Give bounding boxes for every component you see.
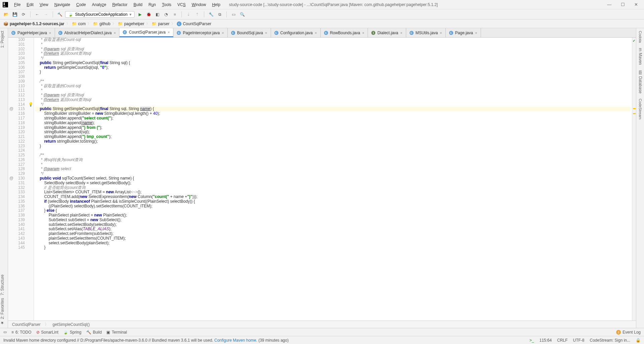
editor-tab[interactable]: CBoundSql.java× [228,28,271,37]
code-line[interactable]: public String getSimpleCountSql(final St… [35,107,631,111]
close-tab-icon[interactable]: × [114,31,116,35]
breadcrumb-item[interactable]: pagehelper [124,21,144,26]
project-structure-icon[interactable]: ⧉ [216,11,223,18]
code-line[interactable]: * @return 返回count查询sql [35,98,631,102]
code-line[interactable]: * @param select [35,167,631,171]
maven-tool-button[interactable]: mMaven [636,47,644,66]
database-tool-button[interactable]: 🗄Database [636,69,644,95]
codota-tool-button[interactable]: Codota [636,30,644,44]
breadcrumb-item[interactable]: github [99,21,110,26]
search-icon[interactable]: 🔍 [239,11,246,18]
terminal-status-icon[interactable]: >_ [530,338,534,343]
todo-tool-button[interactable]: ≡6: TODO [11,330,32,335]
menu-edit[interactable]: Edit [24,2,36,8]
code-line[interactable] [35,148,631,153]
menu-view[interactable]: View [37,2,51,8]
breadcrumb-item[interactable]: com [78,21,86,26]
coverage-icon[interactable]: ◧ [154,11,161,18]
code-line[interactable]: SelectBody selectBody = select.getSelect… [35,181,631,186]
profile-icon[interactable]: ◔ [163,11,169,18]
editor-scrollbar[interactable]: ✔ [632,38,636,321]
editor-tab[interactable]: CRowBounds.java× [321,28,368,37]
lock-icon[interactable]: 🔒 [636,338,641,343]
back-icon[interactable]: ← [34,11,41,18]
vcs-update-icon[interactable]: ⇣ [185,11,192,18]
configure-maven-link[interactable]: Configure Maven home. [214,338,257,343]
code-line[interactable]: */ [35,171,631,176]
minimize-button[interactable]: — [606,2,613,7]
structure-tool-button[interactable]: 7: Structure [0,273,5,297]
terminal-tool-button[interactable]: ▣Terminal [106,330,127,335]
build-icon[interactable]: 🔨 [56,11,63,18]
code-line[interactable]: * @param sql 原查询sql [35,93,631,98]
close-tab-icon[interactable]: × [222,31,224,35]
code-line[interactable]: } else { [35,208,631,213]
code-line[interactable]: * @return 返回count查询sql [35,51,631,56]
code-line[interactable]: return stringBuilder.toString(); [35,139,631,144]
menu-run[interactable]: Run [146,2,159,8]
spring-tool-button[interactable]: 🍃Spring [63,330,82,335]
code-line[interactable]: StringBuilder stringBuilder = new String… [35,111,631,116]
menu-analyze[interactable]: Analyze [89,2,109,8]
code-line[interactable]: stringBuilder.append(sql); [35,130,631,135]
code-line[interactable]: subSelect.setAlias(TABLE_ALIAS); [35,227,631,232]
debug-icon[interactable]: 🐞 [145,11,152,18]
build-tool-button[interactable]: 🔨Build [86,330,102,335]
event-log-button[interactable]: 2Event Log [616,330,641,335]
file-encoding[interactable]: UTF-8 [573,338,584,343]
editor-tab[interactable]: CCountSqlParser.java× [119,28,173,37]
code-line[interactable]: public String getSimpleCountSql(final St… [35,61,631,65]
code-line[interactable]: } [35,245,631,250]
close-tab-icon[interactable]: × [400,31,402,35]
code-line[interactable]: return getSimpleCountSql(sql, "0"); [35,65,631,70]
menu-build[interactable]: Build [131,2,145,8]
menu-code[interactable]: Code [73,2,89,8]
close-tab-icon[interactable]: × [265,31,267,35]
favorites-tool-button[interactable]: ★2: Favorites [0,297,5,327]
crumb-method[interactable]: getSimpleCountSql() [53,322,90,327]
run-configuration-select[interactable]: 🍃 StudySourceCodeApplication ▾ [65,11,135,18]
code-line[interactable]: * 获取普通的Count-sql [35,38,631,42]
code-line[interactable]: * 获取普通的Count-sql [35,84,631,89]
code-editor[interactable]: @ @ 100 101 102 103 104 105 106 107 108 … [8,38,636,321]
run-icon[interactable]: ▶ [137,11,143,18]
code-line[interactable]: } [35,144,631,149]
editor-tab[interactable]: CConfiguration.java× [271,28,321,37]
code-line[interactable]: public void sqlToCount(Select select, St… [35,176,631,181]
menu-vcs[interactable]: VCS [175,2,189,8]
codestream-tool-button[interactable]: CodeStream [636,97,644,121]
menu-window[interactable]: Window [189,2,209,8]
menu-tools[interactable]: Tools [159,2,174,8]
maximize-button[interactable]: ☐ [620,2,626,7]
editor-tab[interactable]: CPage.java× [446,28,481,37]
open-icon[interactable]: 📂 [3,11,9,18]
code-line[interactable]: * 将sql转换为count查询 [35,158,631,162]
close-button[interactable]: ✕ [633,2,639,7]
code-line[interactable]: List<SelectItem> COUNT_ITEM = new ArrayL… [35,190,631,195]
code-line[interactable]: * [35,88,631,93]
code-line[interactable]: stringBuilder.append("select count("); [35,116,631,121]
code-line[interactable]: stringBuilder.append(") from ("); [35,126,631,130]
menu-navigate[interactable]: Navigate [52,2,73,8]
sonarlint-tool-button[interactable]: ⊘SonarLint [36,330,58,335]
tool-window-switcher[interactable]: ▭ [3,330,7,334]
breadcrumb-item[interactable]: CountSqlParser [183,21,211,26]
close-tab-icon[interactable]: × [315,31,317,35]
editor-tab[interactable]: CPageInterceptor.java× [173,28,228,37]
menu-refactor[interactable]: Refactor [110,2,130,8]
settings-icon[interactable]: 🔧 [208,11,214,18]
sdk-icon[interactable]: ▭ [230,11,237,18]
code-line[interactable]: SubSelect subSelect = new SubSelect(); [35,218,631,223]
code-line[interactable]: stringBuilder.append(") tmp_count"); [35,135,631,139]
line-separator[interactable]: CRLF [557,338,568,343]
code-area[interactable]: * 获取普通的Count-sql * * @param sql 原查询sql *… [34,38,632,321]
forward-icon[interactable]: → [43,11,49,18]
code-line[interactable]: PlainSelect plainSelect = new PlainSelec… [35,213,631,218]
menu-file[interactable]: File [11,2,23,8]
code-line[interactable]: * @param sql 原查询sql [35,47,631,52]
stop-icon[interactable]: ■ [171,11,178,18]
project-tool-button[interactable]: 1: Project [0,30,5,49]
code-line[interactable]: plainSelect.setFromItem(subSelect); [35,232,631,236]
close-tab-icon[interactable]: × [49,31,51,35]
editor-tab[interactable]: IDialect.java× [368,28,406,37]
